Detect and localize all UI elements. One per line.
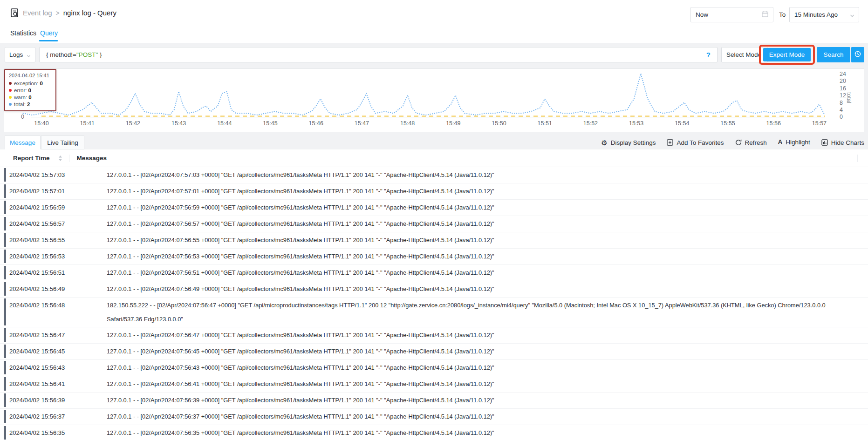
row-accent-bar — [4, 266, 6, 279]
message-cell: 127.0.0.1 - - [02/Apr/2024:07:56:39 +000… — [107, 393, 868, 408]
row-accent-bar — [4, 377, 6, 391]
report-time-cell: 2024/04/02 15:56:35 — [0, 425, 107, 440]
add-to-favorites-button[interactable]: Add To Favorites — [667, 139, 724, 146]
log-table-row[interactable]: 2024/04/02 15:56:43127.0.0.1 - - [02/Apr… — [0, 360, 868, 376]
log-table-body: 2024/04/02 15:57:03127.0.0.1 - - [02/Apr… — [0, 167, 868, 440]
search-history-button[interactable] — [851, 47, 864, 62]
table-header: Report Time Messages — [0, 149, 868, 167]
x-tick-label: 15:57 — [812, 120, 827, 127]
row-accent-bar — [4, 233, 6, 247]
tooltip-item-error: error:0 — [9, 87, 52, 94]
message-cell: 182.150.55.222 - - [02/Apr/2024:07:56:47… — [107, 298, 868, 326]
sort-icon[interactable] — [58, 155, 62, 162]
tooltip-item-exception: exception:0 — [9, 80, 52, 87]
highlight-button[interactable]: AHighlight — [778, 139, 810, 146]
x-tick-label: 15:48 — [400, 120, 415, 127]
row-accent-bar — [4, 217, 6, 230]
series-dot-icon — [9, 96, 12, 99]
right-tick-label: 8 — [840, 100, 843, 106]
report-time-cell: 2024/04/02 15:56:48 — [0, 298, 107, 312]
log-table-row[interactable]: 2024/04/02 15:57:01127.0.0.1 - - [02/Apr… — [0, 183, 868, 200]
right-axis-title: total — [846, 92, 852, 103]
message-cell: 127.0.0.1 - - [02/Apr/2024:07:56:49 +000… — [107, 281, 868, 297]
column-messages: Messages — [77, 155, 107, 162]
breadcrumb-parent[interactable]: Event log — [23, 9, 52, 17]
log-table-row[interactable]: 2024/04/02 15:56:37127.0.0.1 - - [02/Apr… — [0, 409, 868, 425]
report-time-cell: 2024/04/02 15:56:55 — [0, 232, 107, 248]
report-time-cell: 2024/04/02 15:56:45 — [0, 344, 107, 359]
calendar-icon — [762, 11, 768, 19]
message-cell: 127.0.0.1 - - [02/Apr/2024:07:56:35 +000… — [107, 425, 868, 440]
row-accent-bar — [4, 201, 6, 214]
right-tick-label: 20 — [840, 78, 846, 84]
log-table-row[interactable]: 2024/04/02 15:56:35127.0.0.1 - - [02/Apr… — [0, 425, 868, 440]
series-dot-icon — [9, 82, 12, 85]
time-to-select[interactable]: 15 Minutes Ago — [789, 7, 859, 22]
log-table-row[interactable]: 2024/04/02 15:57:03127.0.0.1 - - [02/Apr… — [0, 167, 868, 183]
query-text: { method!="POST" } — [46, 51, 102, 58]
row-accent-bar — [4, 184, 6, 198]
tab-live-tailing[interactable]: Live Tailing — [41, 135, 84, 149]
message-cell: 127.0.0.1 - - [02/Apr/2024:07:57:01 +000… — [107, 183, 868, 199]
help-icon[interactable]: ? — [706, 51, 711, 59]
row-accent-bar — [4, 168, 6, 182]
chart-tooltip-items: exception:0error:0warn:0total:2 — [9, 80, 52, 108]
log-table-row[interactable]: 2024/04/02 15:56:39127.0.0.1 - - [02/Apr… — [0, 393, 868, 409]
gear-icon: ⚙ — [601, 139, 607, 146]
tab-query[interactable]: Query — [40, 29, 58, 37]
tab-message[interactable]: Message — [5, 135, 41, 149]
message-cell: 127.0.0.1 - - [02/Apr/2024:07:56:41 +000… — [107, 376, 868, 392]
log-query-page: Event log > nginx log - Query Now To 15 … — [0, 0, 868, 440]
query-input[interactable]: { method!="POST" } ? — [39, 47, 718, 62]
log-table-row[interactable]: 2024/04/02 15:56:57127.0.0.1 - - [02/Apr… — [0, 216, 868, 232]
histogram-chart-card: 0 15:4015:4115:4215:4315:4415:4515:4615:… — [4, 68, 864, 132]
display-settings-button[interactable]: ⚙Display Settings — [601, 139, 656, 146]
refresh-button[interactable]: Refresh — [735, 139, 767, 146]
report-time-cell: 2024/04/02 15:56:47 — [0, 327, 107, 343]
page-title: nginx log - Query — [63, 9, 116, 17]
row-accent-bar — [4, 250, 6, 263]
x-tick-label: 15:41 — [80, 120, 95, 127]
log-table-row[interactable]: 2024/04/02 15:56:51127.0.0.1 - - [02/Apr… — [0, 265, 868, 281]
header-divider — [69, 155, 69, 162]
log-table-row[interactable]: 2024/04/02 15:56:41127.0.0.1 - - [02/Apr… — [0, 376, 868, 393]
x-tick-label: 15:45 — [263, 120, 277, 127]
report-time-cell: 2024/04/02 15:56:37 — [0, 409, 107, 425]
chart-tooltip-title: 2024-04-02 15:41 — [9, 73, 52, 78]
message-cell: 127.0.0.1 - - [02/Apr/2024:07:56:47 +000… — [107, 327, 868, 343]
select-mode-button[interactable]: Select Mode — [721, 47, 768, 62]
column-report-time[interactable]: Report Time — [0, 155, 50, 162]
row-accent-bar — [4, 393, 6, 407]
x-tick-label: 15:55 — [720, 120, 735, 127]
log-table-row[interactable]: 2024/04/02 15:56:45127.0.0.1 - - [02/Apr… — [0, 344, 868, 360]
header-right-divider — [857, 155, 858, 162]
right-tick-label: 12 — [840, 92, 846, 99]
log-table-row[interactable]: 2024/04/02 15:56:48182.150.55.222 - - [0… — [0, 298, 868, 327]
message-cell: 127.0.0.1 - - [02/Apr/2024:07:56:57 +000… — [107, 216, 868, 232]
x-tick-label: 15:52 — [583, 120, 598, 127]
log-table-row[interactable]: 2024/04/02 15:56:53127.0.0.1 - - [02/Apr… — [0, 249, 868, 265]
expert-mode-button[interactable]: Expert Mode — [763, 48, 811, 61]
log-table-row[interactable]: 2024/04/02 15:56:49127.0.0.1 - - [02/Apr… — [0, 281, 868, 298]
log-table-row[interactable]: 2024/04/02 15:56:47127.0.0.1 - - [02/Apr… — [0, 327, 868, 344]
tab-statistics[interactable]: Statistics — [10, 29, 36, 37]
breadcrumb-separator: > — [56, 9, 60, 17]
log-source-select[interactable]: Logs — [5, 47, 35, 62]
log-table-row[interactable]: 2024/04/02 15:56:59127.0.0.1 - - [02/Apr… — [0, 200, 868, 216]
page-header: Event log > nginx log - Query Now To 15 … — [0, 0, 868, 26]
refresh-icon — [735, 139, 742, 146]
hide-charts-button[interactable]: Hide Charts — [821, 139, 864, 146]
row-accent-bar — [4, 345, 6, 358]
message-cell: 127.0.0.1 - - [02/Apr/2024:07:56:55 +000… — [107, 232, 868, 248]
toolbar-actions: ⚙Display SettingsAdd To FavoritesRefresh… — [582, 135, 864, 149]
report-time-cell: 2024/04/02 15:57:03 — [0, 167, 107, 183]
x-tick-label: 15:47 — [355, 120, 369, 127]
series-dot-icon — [9, 103, 12, 106]
time-from-input[interactable]: Now — [690, 7, 773, 22]
x-tick-label: 15:40 — [34, 120, 48, 127]
x-tick-label: 15:54 — [675, 120, 689, 127]
series-dot-icon — [9, 89, 12, 92]
search-button[interactable]: Search — [817, 47, 850, 62]
x-tick-label: 15:50 — [492, 120, 506, 127]
log-table-row[interactable]: 2024/04/02 15:56:55127.0.0.1 - - [02/Apr… — [0, 232, 868, 249]
